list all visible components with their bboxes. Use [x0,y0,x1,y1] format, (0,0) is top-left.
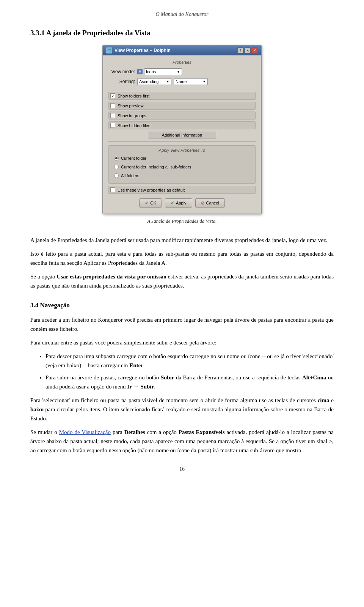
bullet2-arrow: → [132,384,141,390]
paragraph-1: A janela de Propriedades da Janela poder… [30,236,334,245]
dialog-container: 🐬 View Properties – Dolphin ? ∧ ✕ Proper… [30,45,334,232]
current-folder-subfolders-radio[interactable] [114,165,119,169]
paragraph-6: Para 'seleccionar' um ficheiro ou pasta … [30,396,334,423]
show-groups-checkbox[interactable] [110,113,115,118]
section-3-4-heading: 3.4 Navegação [30,302,334,309]
cancel-button[interactable]: ⊘ Cancel [195,198,225,208]
additional-info-container: Additional Information [108,132,256,138]
current-folder-radio-row[interactable]: Current folder [113,155,251,162]
bullet1-bold: Enter [129,362,143,368]
view-mode-label: View mode: [108,69,135,74]
sorting-field-select[interactable]: Name ▼ [174,78,208,85]
all-folders-label: All folders [121,173,139,178]
separator-2 [108,142,256,142]
page-number: 16 [30,466,334,472]
p3-intro: Se a opção [30,274,57,280]
show-folders-first-label: Show folders first [118,94,149,98]
dialog-body: Properties View mode: ⊞ Icons ▼ Sorting:… [103,55,261,214]
show-groups-row[interactable]: Show in groups [108,112,256,120]
ok-button[interactable]: ✔ OK [139,198,162,208]
apply-icon: ✔ [171,200,174,206]
show-preview-row[interactable]: Show preview [108,102,256,110]
show-hidden-files-row[interactable]: Show hidden files [108,121,256,129]
p3-bold: Usar estas propriedades da vista por omi… [57,274,166,280]
p2-text: Isto é feito para a pasta actual, para e… [30,251,334,266]
apply-label: Apply [176,201,187,205]
bullet2-bold2: Alt+Cima [302,374,326,381]
separator-1 [108,88,256,89]
cancel-icon: ⊘ [201,200,205,206]
view-mode-arrow: ▼ [177,70,180,74]
sorting-order-value: Ascending [139,79,158,84]
show-hidden-files-checkbox[interactable] [110,123,115,128]
bullet2-bold1: Subir [161,374,174,381]
p6-bold1: cima [318,397,329,403]
section-heading: 3.3.1 A janela de Propriedades da Vista [30,29,334,37]
list-item-2: Para subir na árvore de pastas, carregue… [46,373,334,391]
additional-information-button[interactable]: Additional Information [148,132,216,138]
view-mode-select[interactable]: Icons ▼ [144,68,182,75]
close-button[interactable]: ✕ [252,47,258,53]
current-folder-label: Current folder [121,156,146,160]
bullet2-post: . [154,384,155,390]
p7-pre: Se mudar o [30,429,59,435]
sorting-order-select[interactable]: Ascending ▼ [137,78,171,85]
help-button[interactable]: ? [237,47,243,53]
use-default-label: Use these view properties as default [118,188,185,192]
sorting-order-arrow: ▼ [166,80,169,83]
show-folders-first-checkbox[interactable]: ✓ [110,93,115,98]
bullet2-bold4: Subir [140,384,154,390]
all-folders-radio-row[interactable]: All folders [113,172,251,179]
p7-bold2: Pastas Expansíveis [179,429,225,435]
ok-icon: ✔ [145,200,149,206]
view-mode-row: View mode: ⊞ Icons ▼ [108,68,256,75]
bullet1-pre: Para descer para uma subpasta carregue c… [46,353,334,368]
paragraph-4: Para aceder a um ficheiro no Konqueror v… [30,315,334,333]
bullet1-post: . [143,362,145,368]
sorting-label: Sorting: [108,79,135,84]
ok-label: OK [150,201,156,205]
paragraph-3: Se a opção Usar estas propriedades da vi… [30,272,334,290]
view-mode-select-wrapper: ⊞ Icons ▼ [137,68,182,75]
bullet-list: Para descer para uma subpasta carregue c… [46,352,334,391]
titlebar-left: 🐬 View Properties – Dolphin [106,47,171,53]
p1-text: A janela de Propriedades da Janela poder… [30,237,327,243]
use-default-checkbox[interactable] [110,187,115,192]
current-folder-subfolders-radio-row[interactable]: Current folder including all sub-folders [113,164,251,170]
show-preview-label: Show preview [118,104,143,108]
bullet2-pre: Para subir na árvore de pastas, carregue… [46,374,161,381]
use-default-row[interactable]: Use these view properties as default [108,186,256,194]
bullet2-bold3: Ir [127,384,132,390]
cancel-label: Cancel [206,201,219,205]
list-item-1: Para descer para uma subpasta carregue c… [46,352,334,370]
show-groups-label: Show in groups [118,113,146,118]
sorting-field-arrow: ▼ [202,80,206,83]
current-folder-radio[interactable] [114,156,119,160]
app-icon: 🐬 [106,47,112,53]
show-folders-first-row[interactable]: ✓ Show folders first [108,92,256,100]
p6-mid2: para circular pelos itens. O item selecc… [30,406,334,421]
apply-section: Apply View Properties To Current folder … [108,145,256,184]
apply-section-label: Apply View Properties To [113,148,251,153]
properties-section-label: Properties [108,60,256,64]
icons-indicator: ⊞ [137,69,143,74]
view-mode-value: Icons [146,69,156,74]
all-folders-radio[interactable] [114,173,119,178]
titlebar-buttons: ? ∧ ✕ [237,47,258,53]
dialog-window: 🐬 View Properties – Dolphin ? ∧ ✕ Proper… [102,45,262,214]
sorting-row: Sorting: Ascending ▼ Name ▼ [108,78,256,85]
show-hidden-files-label: Show hidden files [118,123,150,128]
paragraph-2: Isto é feito para a pasta actual, para e… [30,249,334,267]
apply-button[interactable]: ✔ Apply [165,198,192,208]
p7-mid: para [111,429,124,435]
page-header: O Manual do Konqueror [30,11,334,17]
p6-mid1: e [329,397,334,403]
minimize-button[interactable]: ∧ [245,47,251,53]
dialog-title: View Properties – Dolphin [115,48,171,53]
current-folder-subfolders-label: Current folder including all sub-folders [121,165,191,169]
show-preview-checkbox[interactable] [110,103,115,108]
paragraph-5: Para circular entre as pastas você poder… [30,338,334,347]
dialog-titlebar: 🐬 View Properties – Dolphin ? ∧ ✕ [103,46,261,55]
p7-link[interactable]: Modo de Visualização [59,429,111,435]
p7-mid2: com a opção [145,429,179,435]
